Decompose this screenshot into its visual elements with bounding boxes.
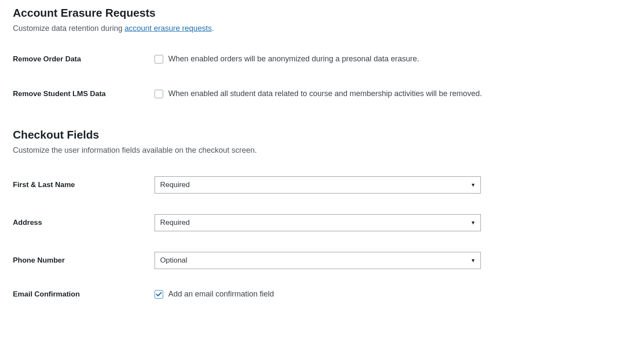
first-last-name-row: First & Last Name Required ▼ (13, 176, 631, 194)
remove-order-data-row: Remove Order Data When enabled orders wi… (13, 54, 631, 64)
first-last-name-label: First & Last Name (13, 181, 155, 189)
erasure-desc-prefix: Customize data retention during (13, 24, 125, 33)
address-select-wrap: Required ▼ (155, 214, 481, 231)
remove-order-data-text: When enabled orders will be anonymized d… (168, 54, 419, 64)
remove-order-data-control: When enabled orders will be anonymized d… (155, 54, 419, 64)
remove-lms-data-checkbox[interactable] (155, 90, 163, 98)
phone-row: Phone Number Optional ▼ (13, 252, 631, 269)
address-label: Address (13, 218, 155, 227)
erasure-heading: Account Erasure Requests (13, 6, 631, 20)
checkout-fields-section: Checkout Fields Customize the user infor… (13, 128, 631, 299)
checkout-description: Customize the user information fields av… (13, 146, 631, 155)
email-confirmation-row: Email Confirmation Add an email confirma… (13, 290, 631, 299)
erasure-description: Customize data retention during account … (13, 24, 631, 33)
remove-order-data-checkbox[interactable] (155, 55, 163, 64)
remove-order-data-label: Remove Order Data (13, 55, 155, 64)
email-confirmation-text: Add an email confirmation field (168, 290, 274, 299)
erasure-desc-suffix: . (212, 24, 214, 33)
check-icon (155, 291, 162, 298)
account-erasure-link[interactable]: account erasure requests (125, 24, 212, 33)
remove-lms-data-row: Remove Student LMS Data When enabled all… (13, 89, 631, 98)
phone-select-wrap: Optional ▼ (155, 252, 481, 269)
remove-lms-data-control: When enabled all student data related to… (155, 89, 482, 98)
remove-lms-data-label: Remove Student LMS Data (13, 90, 155, 98)
address-row: Address Required ▼ (13, 214, 631, 231)
address-select[interactable]: Required (155, 214, 481, 231)
account-erasure-section: Account Erasure Requests Customize data … (13, 6, 631, 98)
phone-label: Phone Number (13, 256, 155, 265)
email-confirmation-checkbox[interactable] (155, 290, 163, 299)
remove-lms-data-text: When enabled all student data related to… (168, 89, 482, 98)
checkout-heading: Checkout Fields (13, 128, 631, 142)
first-last-name-select-wrap: Required ▼ (155, 176, 481, 194)
first-last-name-select[interactable]: Required (155, 176, 481, 194)
phone-select[interactable]: Optional (155, 252, 481, 269)
email-confirmation-control: Add an email confirmation field (155, 290, 274, 299)
email-confirmation-label: Email Confirmation (13, 290, 155, 299)
